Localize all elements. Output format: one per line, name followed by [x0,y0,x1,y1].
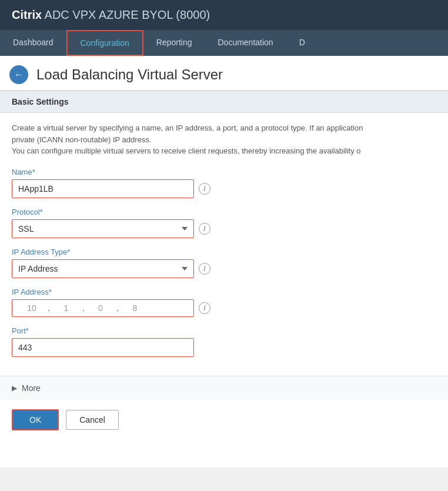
ip-seg4-input[interactable] [120,303,149,313]
protocol-select[interactable]: SSL HTTP HTTPS TCP UDP [12,219,194,238]
port-field-group: Port* [12,326,436,357]
port-input-row [12,338,436,357]
ip-seg1-input[interactable] [17,303,46,313]
protocol-info-icon[interactable]: i [199,223,210,235]
protocol-label: Protocol* [12,208,436,216]
tab-reporting[interactable]: Reporting [143,30,205,56]
name-info-icon[interactable]: i [199,183,210,195]
section-title: Basic Settings [12,97,68,106]
ip-address-type-input-row: IP Address Non Addressable i [12,259,436,278]
name-input-row: i [12,179,436,198]
tab-documentation[interactable]: Documentation [205,30,286,56]
section-description: Create a virtual server by specifying a … [12,122,436,157]
cancel-button[interactable]: Cancel [66,410,119,430]
protocol-field-group: Protocol* SSL HTTP HTTPS TCP UDP i [12,208,436,238]
section-header: Basic Settings [0,91,448,113]
ip-info-icon[interactable]: i [199,302,210,314]
page-title: Load Balancing Virtual Server [36,66,223,83]
brand-citrix: Citrix [12,8,42,21]
ip-address-label: IP Address* [12,288,436,296]
name-label: Name* [12,168,436,176]
section-body: Create a virtual server by specifying a … [0,113,448,376]
desc-line2: private (ICANN non-routable) IP address. [12,135,151,144]
ip-seg2-input[interactable] [51,303,81,313]
footer-actions: OK Cancel [0,400,448,440]
ip-input-group: . . . [12,299,194,317]
ip-dot-1: . [46,303,51,313]
nav-tabs: Dashboard Configuration Reporting Docume… [0,30,448,56]
port-label: Port* [12,326,436,335]
ip-address-type-field-group: IP Address Type* IP Address Non Addressa… [12,248,436,278]
tab-dashboard[interactable]: Dashboard [0,30,66,56]
ip-dot-3: . [115,303,120,313]
basic-settings-section: Basic Settings Create a virtual server b… [0,91,448,400]
tab-more[interactable]: D [286,30,318,56]
tab-configuration[interactable]: Configuration [66,30,143,56]
more-label: More [22,383,41,393]
ip-address-input-row: . . . i [12,299,436,317]
ip-address-type-select[interactable]: IP Address Non Addressable [12,259,194,278]
name-input[interactable] [12,179,194,198]
brand-title: Citrix ADC VPX AZURE BYOL (8000) [12,8,210,22]
back-button[interactable]: ← [9,65,28,84]
page-header: ← Load Balancing Virtual Server [0,56,448,91]
ip-address-type-label: IP Address Type* [12,248,436,256]
protocol-input-row: SSL HTTP HTTPS TCP UDP i [12,219,436,238]
app-header: Citrix ADC VPX AZURE BYOL (8000) [0,0,448,30]
more-section[interactable]: ▶ More [0,376,448,400]
ip-dot-2: . [81,303,85,313]
main-content: ← Load Balancing Virtual Server Basic Se… [0,56,448,467]
ip-address-field-group: IP Address* . . . i [12,288,436,317]
desc-line3: You can configure multiple virtual serve… [12,146,361,155]
port-input[interactable] [12,338,194,357]
ok-button[interactable]: OK [12,409,59,430]
desc-line1: Create a virtual server by specifying a … [12,123,363,132]
more-arrow-icon: ▶ [12,384,17,392]
brand-product: ADC VPX AZURE BYOL (8000) [45,8,210,21]
ip-type-info-icon[interactable]: i [199,263,210,275]
name-field-group: Name* i [12,168,436,198]
ip-seg3-input[interactable] [86,303,115,313]
